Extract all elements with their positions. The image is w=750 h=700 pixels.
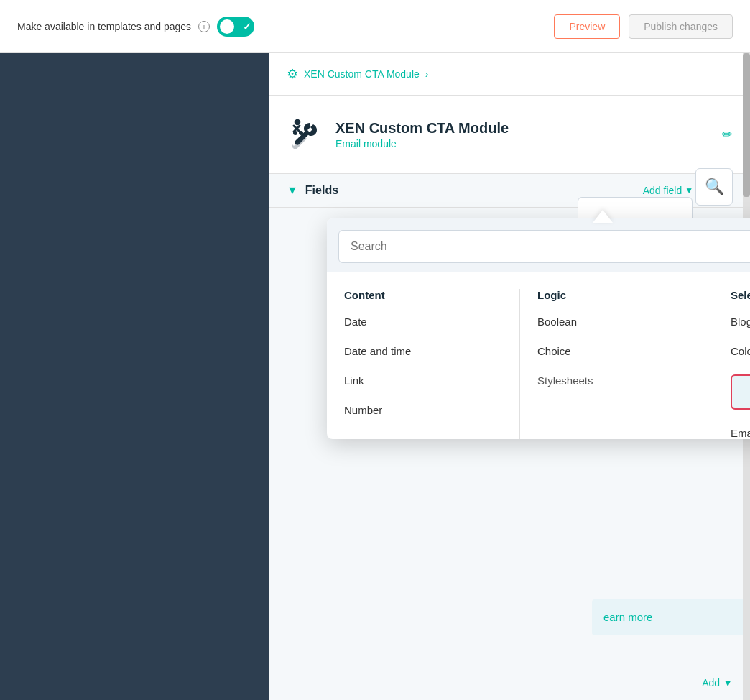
toggle-knob [220, 19, 234, 34]
panel-search-icon[interactable]: 🔍 [695, 168, 733, 206]
add-button-area[interactable]: Add ▼ [685, 666, 750, 700]
categories-row: Content Date Date and time Link Number L… [327, 272, 750, 439]
search-input[interactable] [351, 240, 750, 253]
publish-button: Publish changes [629, 14, 733, 39]
category-item-link[interactable]: Link [344, 374, 502, 387]
available-templates-label: Make available in templates and pages [17, 21, 191, 32]
dropdown-pointer [593, 210, 613, 223]
breadcrumb-text: XEN Custom CTA Module [304, 68, 420, 80]
category-item-stylesheets[interactable]: Stylesheets [537, 374, 695, 387]
category-item-email-address[interactable]: Email address [731, 427, 750, 439]
right-panel: ⚙ XEN Custom CTA Module › [269, 53, 750, 700]
top-bar-right: Preview Publish changes [554, 14, 733, 39]
svg-point-0 [293, 131, 297, 135]
add-field-arrow-icon: ▼ [685, 185, 693, 195]
category-item-color[interactable]: Color [731, 345, 750, 357]
module-breadcrumb-icon: ⚙ [287, 66, 298, 82]
preview-button[interactable]: Preview [554, 14, 620, 39]
add-dropdown-arrow-icon: ▼ [723, 677, 733, 689]
toggle-checkmark: ✓ [243, 21, 251, 32]
module-title-area: XEN Custom CTA Module Email module [335, 120, 710, 149]
category-item-choice[interactable]: Choice [537, 345, 695, 357]
field-type-dropdown: 🔍 Content Date Date and time Link Number… [327, 218, 750, 439]
learn-more-area[interactable]: earn more [592, 599, 750, 635]
category-item-date[interactable]: Date [344, 316, 502, 328]
category-item-boolean[interactable]: Boolean [537, 316, 695, 328]
category-item-date-time[interactable]: Date and time [344, 345, 502, 357]
top-bar-left: Make available in templates and pages i … [17, 17, 254, 37]
category-item-blog[interactable]: Blog [731, 316, 750, 328]
logic-category-title: Logic [537, 289, 695, 301]
content-category-col: Content Date Date and time Link Number [344, 289, 519, 439]
logic-category-col: Logic Boolean Choice Stylesheets [537, 289, 713, 439]
module-subtitle: Email module [335, 138, 710, 149]
search-input-wrap[interactable]: 🔍 [338, 230, 750, 263]
info-icon[interactable]: i [198, 21, 210, 32]
divider-1 [519, 289, 520, 439]
fields-label: Fields [305, 184, 643, 197]
scrollbar-thumb [743, 53, 750, 197]
breadcrumb[interactable]: ⚙ XEN Custom CTA Module › [269, 53, 750, 96]
breadcrumb-arrow: › [425, 68, 429, 80]
module-title: XEN Custom CTA Module [335, 120, 710, 137]
sidebar [0, 53, 269, 700]
add-label: Add [702, 677, 720, 689]
category-item-number[interactable]: Number [344, 404, 502, 416]
category-item-cta[interactable]: CTA [731, 374, 750, 410]
top-bar: Make available in templates and pages i … [0, 0, 750, 53]
module-header: XEN Custom CTA Module Email module ✏ [269, 96, 750, 174]
available-toggle[interactable]: ✓ [217, 17, 254, 37]
selectors-category-col: Selectors Blog Color CTA Email address [731, 289, 750, 439]
add-field-button[interactable]: Add field ▼ [643, 185, 693, 196]
search-magnifier-icon: 🔍 [705, 178, 724, 196]
add-field-label: Add field [643, 185, 682, 196]
module-icon [287, 116, 324, 153]
svg-point-1 [299, 131, 303, 135]
divider-2 [713, 289, 713, 439]
learn-more-text: earn more [603, 611, 652, 623]
selectors-category-title: Selectors [731, 289, 750, 301]
fields-chevron-icon: ▼ [287, 184, 298, 197]
search-area: 🔍 [327, 218, 750, 272]
content-category-title: Content [344, 289, 502, 301]
edit-icon[interactable]: ✏ [722, 126, 733, 142]
main-layout: ⚙ XEN Custom CTA Module › [0, 53, 750, 700]
